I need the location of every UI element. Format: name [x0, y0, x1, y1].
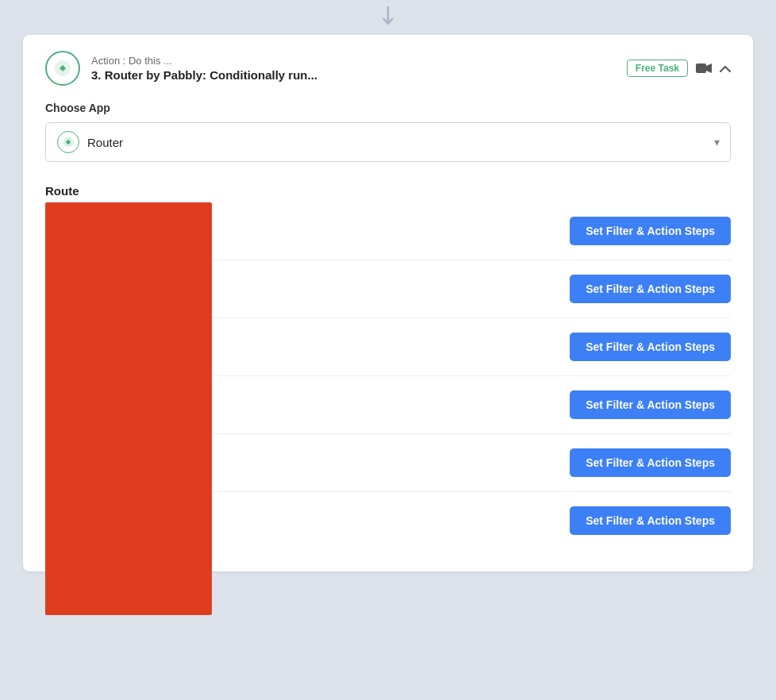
header-left: Action : Do this ... 3. Router by Pabbly…: [45, 51, 317, 86]
redaction-overlay: [45, 202, 212, 615]
choose-app-label: Choose App: [45, 102, 731, 114]
svg-marker-4: [706, 63, 712, 73]
action-card: Action : Do this ... 3. Router by Pabbly…: [23, 35, 753, 571]
app-select-value: Router: [87, 136, 123, 149]
card-header: Action : Do this ... 3. Router by Pabbly…: [45, 51, 731, 86]
router-icon: [57, 131, 79, 153]
free-task-badge: Free Task: [627, 60, 688, 77]
app-icon: [45, 51, 80, 86]
route-section-title: Route: [45, 184, 731, 198]
app-select-wrapper: Router ▾: [45, 122, 731, 162]
route-2-set-filter-button[interactable]: Set Filter & Action Steps: [570, 275, 731, 303]
svg-point-6: [67, 140, 69, 143]
action-title: 3. Router by Pabbly: Conditionally run..…: [91, 68, 317, 82]
route-list: Route 1 [████████████7] Contains████████…: [45, 202, 731, 549]
video-button[interactable]: [696, 63, 712, 75]
header-right: Free Task: [627, 60, 731, 77]
route-6-set-filter-button[interactable]: Set Filter & Action Steps: [570, 506, 731, 535]
route-5-set-filter-button[interactable]: Set Filter & Action Steps: [570, 448, 731, 477]
route-3-set-filter-button[interactable]: Set Filter & Action Steps: [570, 333, 731, 361]
action-label: Action : Do this ...: [91, 55, 317, 67]
header-text: Action : Do this ... 3. Router by Pabbly…: [91, 55, 317, 82]
arrow-down-icon: [380, 6, 396, 27]
svg-point-2: [61, 67, 65, 71]
route-4-set-filter-button[interactable]: Set Filter & Action Steps: [570, 390, 731, 419]
svg-rect-3: [696, 63, 706, 73]
route-1-set-filter-button[interactable]: Set Filter & Action Steps: [570, 217, 731, 245]
collapse-button[interactable]: [720, 65, 731, 72]
app-select[interactable]: Router: [45, 122, 731, 162]
page-wrapper: Action : Do this ... 3. Router by Pabbly…: [0, 0, 776, 700]
